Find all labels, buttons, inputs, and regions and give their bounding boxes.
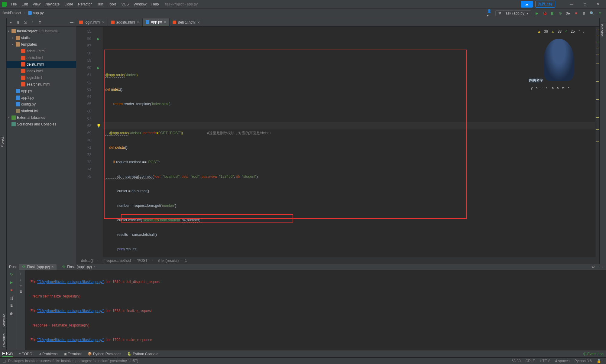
menu-window[interactable]: Window	[132, 2, 148, 6]
tree-file-selected[interactable]: delstu.html	[7, 61, 76, 68]
sciview-tool-tab[interactable]: SciView	[604, 21, 606, 264]
file-encoding[interactable]: UTE-8	[540, 359, 550, 363]
menu-view[interactable]: View	[31, 2, 42, 6]
menu-refactor[interactable]: Refactor	[76, 2, 93, 6]
up-icon[interactable]: ↑	[20, 271, 22, 276]
lock-icon[interactable]: 🔒	[597, 359, 601, 363]
tool-run[interactable]: ▶ Run	[2, 351, 13, 357]
run-gutter-icon[interactable]: ▶	[94, 64, 103, 71]
menu-tools[interactable]: Tools	[106, 2, 118, 6]
target-icon[interactable]: ⊕	[16, 20, 21, 25]
git-icon[interactable]: ⊕	[581, 11, 587, 16]
divide-icon[interactable]: ÷	[30, 20, 35, 25]
tree-file[interactable]: app1.py	[7, 94, 76, 101]
menu-help[interactable]: Help	[150, 2, 161, 6]
python-interpreter[interactable]: Python 3.6	[575, 359, 592, 363]
gear-icon[interactable]: ⚙	[590, 265, 596, 269]
tool-problems[interactable]: ⊘ Problems	[38, 352, 58, 356]
hide-icon[interactable]: —	[69, 20, 74, 25]
search-icon[interactable]: 🔍	[589, 11, 595, 16]
tree-file[interactable]: login.html	[7, 74, 76, 81]
run-config-select[interactable]: ⚗ Flask (app.py) ▾	[495, 10, 531, 16]
run-gutter-icon[interactable]: ▶	[94, 35, 103, 42]
menu-file[interactable]: File	[9, 2, 18, 6]
run-icon[interactable]: ▶	[8, 279, 15, 285]
project-tree[interactable]: ▾flaskProjectC:\Users\mi... ▸static ▾tem…	[7, 27, 76, 264]
breadcrumb-project[interactable]: flaskProject 〉app.py	[2, 11, 44, 16]
wrap-icon[interactable]: ↩	[19, 284, 22, 288]
filter-icon[interactable]: ⇶	[8, 295, 15, 301]
editor-tab-active[interactable]: app.py×	[143, 18, 170, 26]
run-more-icon[interactable]: ◔▾	[565, 11, 571, 16]
tree-file[interactable]: searchstu.html	[7, 81, 76, 88]
maximize-icon[interactable]: □	[579, 2, 591, 6]
upload-button[interactable]: 拖拽上传	[535, 1, 555, 8]
editor-tab[interactable]: addstu.html×	[108, 18, 143, 26]
status-window-icon[interactable]: ◫	[2, 359, 6, 363]
menu-vcs[interactable]: VCS	[119, 2, 131, 6]
close-tab-icon[interactable]: ×	[93, 265, 96, 269]
database-tool-tab[interactable]: Database	[600, 21, 604, 264]
tree-external-libs[interactable]: ▸External Libraries	[7, 114, 76, 121]
close-icon[interactable]: ✕	[592, 2, 604, 6]
close-tab-icon[interactable]: ×	[197, 20, 200, 25]
code-breadcrumb[interactable]: delstu()〉if request.method == 'POST'〉if …	[76, 257, 599, 264]
menu-edit[interactable]: Edit	[20, 2, 30, 6]
rerun-icon[interactable]: ↻	[8, 271, 15, 278]
tree-root[interactable]: ▾flaskProjectC:\Users\mi...	[7, 28, 76, 34]
scroll-icon[interactable]: ⇊	[19, 290, 22, 294]
close-tab-icon[interactable]: ×	[102, 20, 104, 25]
tool-pypackages[interactable]: 📦 Python Packages	[88, 352, 121, 356]
close-tab-icon[interactable]: ×	[137, 20, 139, 25]
favorites-tool-tab[interactable]: Favorites	[0, 330, 6, 350]
tree-folder-templates[interactable]: ▾templates	[7, 41, 76, 48]
tool-pyconsole[interactable]: 🐍 Python Console	[127, 352, 158, 356]
profile-icon[interactable]: ⊙	[558, 11, 563, 16]
tree-scratches[interactable]: Scratches and Consoles	[7, 121, 76, 128]
project-tool-tab[interactable]: Project	[0, 21, 5, 264]
editor-tab[interactable]: delstu.html×	[170, 18, 203, 26]
tool-todo[interactable]: ≡ TODO	[19, 352, 32, 356]
sync-icon[interactable]: ⟲	[597, 11, 602, 16]
tree-file[interactable]: app.py	[7, 88, 76, 94]
event-log-button[interactable]: 🛈 Event Log	[583, 352, 604, 356]
cloud-icon[interactable]: ☁	[521, 1, 533, 8]
tree-file[interactable]: config.py	[7, 101, 76, 108]
stop-icon[interactable]: ■	[8, 287, 15, 293]
structure-tool-tab[interactable]: Structure	[0, 311, 6, 330]
close-tab-icon[interactable]: ×	[51, 265, 53, 269]
inspection-status[interactable]: ▲36 ▲83 ✓25 ⌃ ⌄	[537, 28, 585, 35]
indent-setting[interactable]: 4 spaces	[555, 359, 570, 363]
menu-code[interactable]: Code	[63, 2, 75, 6]
down-icon[interactable]: ↓	[20, 278, 22, 282]
tool-terminal[interactable]: ▣ Terminal	[64, 352, 82, 356]
collapse-down-icon[interactable]: ▾	[8, 20, 13, 25]
stop-icon[interactable]: ■	[573, 11, 579, 16]
run-tab-active[interactable]: ⚗Flask (app.py)×	[19, 264, 57, 270]
hide-icon[interactable]: —	[598, 265, 604, 269]
run-icon[interactable]: ▶	[534, 11, 540, 16]
debug-icon[interactable]: 🐞	[542, 11, 547, 16]
close-tab-icon[interactable]: ×	[164, 20, 166, 24]
run-tab[interactable]: ⚗Flask (app1.py)×	[59, 264, 99, 270]
expand-icon[interactable]: ⇲	[23, 20, 28, 25]
tree-folder-static[interactable]: ▸static	[7, 34, 76, 41]
line-separator[interactable]: CRLF	[526, 359, 535, 363]
bulb-icon[interactable]: 💡	[94, 122, 103, 129]
error-stripe[interactable]	[595, 27, 599, 257]
coverage-icon[interactable]: ◧	[550, 11, 555, 16]
tree-file[interactable]: altstu.html	[7, 54, 76, 61]
tree-file[interactable]: index.html	[7, 68, 76, 74]
minimize-icon[interactable]: —	[565, 2, 578, 6]
tree-file[interactable]: student.txt	[7, 108, 76, 114]
trash-icon[interactable]: 🗑	[8, 311, 15, 317]
menu-navigate[interactable]: Navigate	[44, 2, 61, 6]
cursor-position[interactable]: 68:30	[512, 359, 521, 363]
menu-run[interactable]: Run	[95, 2, 105, 6]
editor-body[interactable]: 5556575859606162636465666768697071727374…	[76, 27, 599, 257]
tree-file[interactable]: addstu.html	[7, 48, 76, 54]
gear-icon[interactable]: ⚙	[37, 20, 42, 25]
user-icon[interactable]: 👤▾	[487, 11, 492, 16]
print-icon[interactable]: 🖶	[8, 303, 15, 309]
editor-tab[interactable]: login.html×	[76, 18, 108, 26]
